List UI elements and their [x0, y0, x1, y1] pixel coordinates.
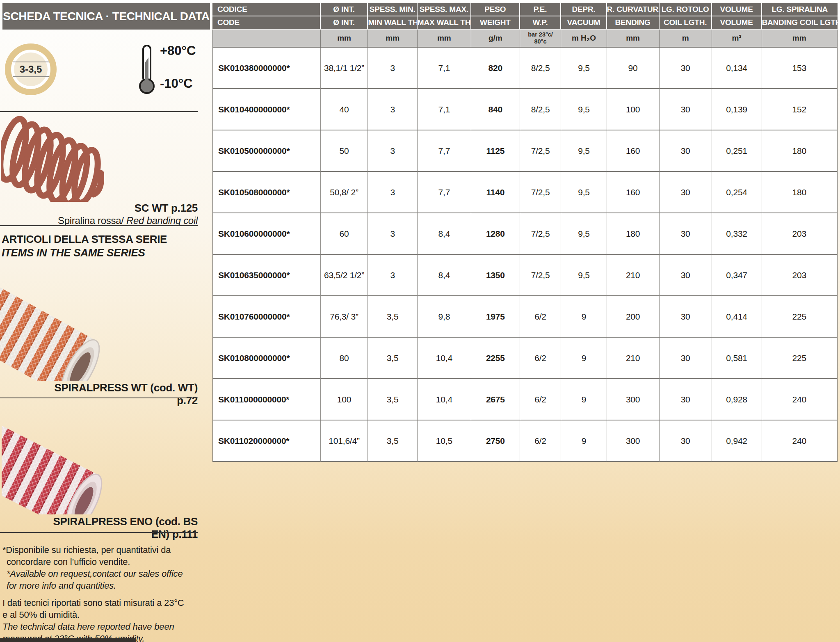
value-cell: 9,5	[561, 172, 607, 213]
value-cell: 3	[368, 213, 417, 255]
value-cell: 7,1	[418, 89, 471, 130]
column-header: CODICE	[212, 3, 321, 16]
value-cell: 225	[762, 338, 838, 379]
code-cell: SK010635000000*	[212, 255, 321, 296]
column-header: Ø INT.	[321, 3, 368, 16]
red-banding-coil-photo	[1, 114, 104, 202]
table-row: SK010500000000*5037,711257/2,59,5160300,…	[212, 130, 838, 172]
code-cell: SK010760000000*	[212, 296, 321, 338]
table-units-row: mmmmmmg/mbar 23°c/ 80°cm H₂Ommmm³mm	[212, 30, 838, 48]
unit-cell: mm	[607, 30, 660, 48]
footnote-line: *Available on request,contact our sales …	[2, 568, 202, 580]
value-cell: 60	[321, 213, 368, 255]
value-cell: 8/2,5	[520, 89, 562, 130]
value-cell: 0,414	[712, 296, 762, 338]
value-cell: 1125	[471, 130, 520, 172]
value-cell: 840	[471, 89, 520, 130]
value-cell: 9,5	[561, 89, 607, 130]
value-cell: 50	[321, 130, 368, 172]
coil-caption-subtitle: Spiralina rossa/ Red banding coil	[41, 215, 198, 226]
table-header-row-en: CODEØ INT.MIN WALL TH.MAX WALL TH.WEIGHT…	[212, 16, 838, 30]
value-cell: 3,5	[368, 338, 417, 379]
value-cell: 9,5	[561, 255, 607, 296]
code-cell: SK011020000000*	[212, 420, 321, 462]
table-row: SK010400000000*4037,18408/2,59,5100300,1…	[212, 89, 838, 130]
value-cell: 2750	[471, 420, 520, 462]
table-row: SK010760000000*76,3/ 3”3,59,819756/29200…	[212, 296, 838, 338]
column-header: COIL LGTH.	[660, 16, 712, 30]
value-cell: 7,1	[418, 48, 471, 89]
column-header: LG. ROTOLO	[660, 3, 712, 16]
value-cell: 2675	[471, 379, 520, 420]
value-cell: 7,7	[418, 172, 471, 213]
value-cell: 30	[660, 255, 712, 296]
column-header: LG. SPIRALINA	[762, 3, 838, 16]
unit-cell: g/m	[471, 30, 520, 48]
value-cell: 30	[660, 379, 712, 420]
value-cell: 9	[561, 296, 607, 338]
column-header: MIN WALL TH.	[368, 16, 417, 30]
value-cell: 3	[368, 255, 417, 296]
footnotes: *Disponibile su richiesta, per quantitat…	[2, 544, 202, 642]
value-cell: 203	[762, 213, 838, 255]
value-cell: 0,251	[712, 130, 762, 172]
value-cell: 9,8	[418, 296, 471, 338]
table-row: SK011020000000*101,6/4”3,510,527506/2930…	[212, 420, 838, 462]
column-header: SPESS. MAX.	[418, 3, 471, 16]
value-cell: 8/2,5	[520, 48, 562, 89]
coil-caption-it: Spiralina rossa/	[58, 215, 124, 226]
column-header: Ø INT.	[321, 16, 368, 30]
value-cell: 153	[762, 48, 838, 89]
value-cell: 152	[762, 89, 838, 130]
code-cell: SK010800000000*	[212, 338, 321, 379]
value-cell: 0,581	[712, 338, 762, 379]
temperature-max-label: +80°C	[160, 43, 196, 58]
value-cell: 8,4	[418, 213, 471, 255]
unit-cell: m H₂O	[561, 30, 607, 48]
value-cell: 100	[321, 379, 368, 420]
value-cell: 7/2,5	[520, 255, 562, 296]
divider	[0, 398, 198, 398]
table-row: SK010508000000*50,8/ 2”37,711407/2,59,51…	[212, 172, 838, 213]
column-header: BENDING	[607, 16, 660, 30]
value-cell: 0,332	[712, 213, 762, 255]
column-header: PESO	[471, 3, 520, 16]
code-cell: SK010508000000*	[212, 172, 321, 213]
value-cell: 1975	[471, 296, 520, 338]
value-cell: 6/2	[520, 296, 562, 338]
catalog-page: { "page": { "title_bar": "SCHEDA TECNICA…	[0, 0, 840, 642]
value-cell: 3	[368, 130, 417, 172]
value-cell: 10,4	[418, 338, 471, 379]
column-header: BANDING COIL LGTH.	[762, 16, 838, 30]
series-title-en: ITEMS IN THE SAME SERIES	[2, 247, 145, 259]
column-header: CODE	[212, 16, 321, 30]
value-cell: 9,5	[561, 213, 607, 255]
value-cell: 180	[762, 172, 838, 213]
code-cell: SK010500000000*	[212, 130, 321, 172]
column-header: SPESS. MIN.	[368, 3, 417, 16]
column-header: VACUUM	[561, 16, 607, 30]
value-cell: 3	[368, 48, 417, 89]
value-cell: 30	[660, 48, 712, 89]
unit-cell: mm	[321, 30, 368, 48]
value-cell: 2255	[471, 338, 520, 379]
footnote-line: The technical data here reported have be…	[2, 621, 202, 633]
value-cell: 0,254	[712, 172, 762, 213]
unit-cell: mm	[762, 30, 838, 48]
unit-cell: bar 23°c/ 80°c	[520, 30, 562, 48]
code-cell: SK010600000000*	[212, 213, 321, 255]
value-cell: 9	[561, 379, 607, 420]
value-cell: 9,5	[561, 130, 607, 172]
column-header: R. CURVATURA	[607, 3, 660, 16]
value-cell: 30	[660, 89, 712, 130]
table-body: SK010380000000*38,1/1 1/2”37,18208/2,59,…	[212, 48, 838, 462]
value-cell: 7/2,5	[520, 213, 562, 255]
value-cell: 80	[321, 338, 368, 379]
footnote-line: for more info and quantities.	[2, 580, 202, 592]
coil-caption-title: SC WT p.125	[41, 202, 198, 215]
unit-cell: mm	[368, 30, 417, 48]
table-row: SK010635000000*63,5/2 1/2”38,413507/2,59…	[212, 255, 838, 296]
footnote-line: concordare con l’ufficio vendite.	[2, 556, 202, 568]
footnote-line: e al 50% di umidità.	[2, 609, 202, 621]
coil-caption-code: SC WT p.125	[135, 202, 198, 214]
